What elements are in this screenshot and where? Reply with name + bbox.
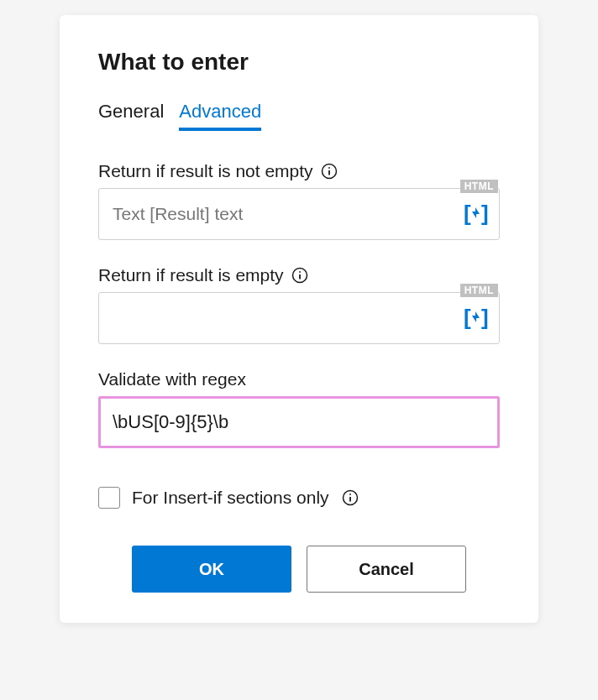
tab-advanced[interactable]: Advanced [179,101,261,131]
tabs: General Advanced [98,101,500,131]
svg-text:]: ] [481,306,489,330]
insert-if-label: For Insert-if sections only [132,488,329,508]
insert-variable-icon[interactable]: [ ] [461,199,491,229]
html-badge: HTML [460,180,498,193]
insert-variable-icon[interactable]: [ ] [461,303,491,333]
button-row: OK Cancel [98,546,500,593]
ok-button[interactable]: OK [132,546,291,593]
return-empty-label: Return if result is empty [98,265,284,285]
svg-text:[: [ [464,306,471,330]
insert-if-checkbox[interactable] [98,487,120,509]
input-wrapper: HTML [ ] [98,292,500,344]
svg-text:]: ] [481,201,489,226]
regex-highlight [98,396,500,448]
regex-label: Validate with regex [98,369,246,389]
field-label-row: Return if result is empty [98,265,500,285]
regex-group: Validate with regex [98,369,500,448]
info-icon[interactable] [291,266,309,285]
field-label-row: Return if result is not empty [98,161,500,181]
tab-general[interactable]: General [98,101,164,131]
info-icon[interactable] [341,488,359,507]
cancel-button[interactable]: Cancel [307,546,466,593]
return-not-empty-group: Return if result is not empty HTML [ ] [98,161,500,240]
return-empty-group: Return if result is empty HTML [ ] [98,265,500,344]
regex-input[interactable] [101,399,497,446]
return-not-empty-label: Return if result is not empty [98,161,313,181]
svg-point-1 [328,167,330,169]
return-empty-input[interactable] [98,292,500,344]
dialog-title: What to enter [98,49,500,76]
what-to-enter-dialog: What to enter General Advanced Return if… [60,15,538,623]
info-icon[interactable] [320,162,338,180]
checkbox-row: For Insert-if sections only [98,487,500,509]
field-label-row: Validate with regex [98,369,500,389]
svg-point-11 [349,494,351,495]
svg-text:[: [ [464,201,471,226]
svg-point-6 [299,271,301,273]
input-wrapper: HTML [ ] [98,188,500,240]
return-not-empty-input[interactable] [98,188,500,240]
html-badge: HTML [460,284,498,297]
